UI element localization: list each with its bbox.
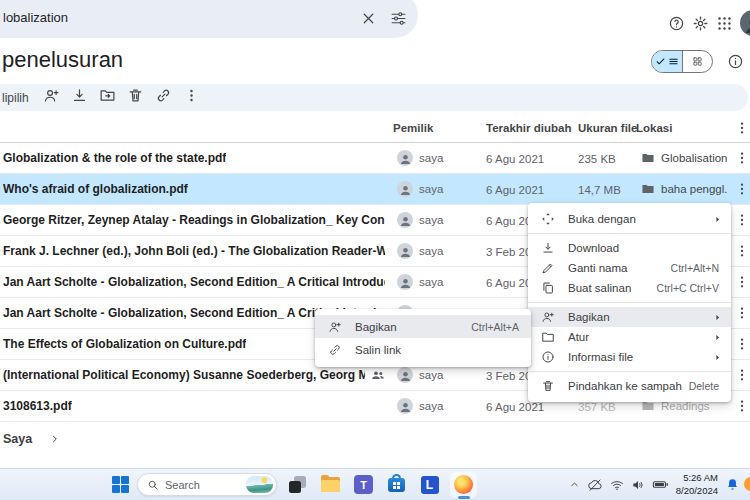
menu-item[interactable]: Atur xyxy=(528,327,731,347)
breadcrumb[interactable]: Saya xyxy=(3,432,61,446)
context-menu: Buka denganDownloadGanti namaCtrl+Alt+NB… xyxy=(528,203,731,402)
row-more-options-icon[interactable] xyxy=(734,181,750,197)
wifi-icon[interactable] xyxy=(610,478,624,492)
list-view-button[interactable] xyxy=(652,51,682,72)
share-selected-button-icon[interactable] xyxy=(43,87,60,104)
menu-item[interactable]: Download xyxy=(528,238,731,258)
menu-item-label: Buat salinan xyxy=(568,282,631,294)
column-settings-icon[interactable] xyxy=(734,120,750,136)
onedrive-cloud-icon[interactable] xyxy=(587,477,603,493)
info-icon xyxy=(541,350,555,364)
microsoft-store-button[interactable] xyxy=(384,472,409,497)
row-more-options-icon[interactable] xyxy=(734,398,750,414)
firefox-button[interactable] xyxy=(450,472,477,498)
owner-name: saya xyxy=(419,400,443,412)
menu-item[interactable]: Informasi file xyxy=(528,347,731,367)
column-header-location[interactable]: Lokasi xyxy=(636,122,672,134)
battery-icon[interactable] xyxy=(652,476,669,493)
row-more-options-icon[interactable] xyxy=(734,243,750,259)
clock-time: 5:26 AM xyxy=(676,472,718,484)
owner-name: saya xyxy=(419,152,443,164)
owner-name: saya xyxy=(419,245,443,257)
menu-item-label: Bagikan xyxy=(355,321,397,333)
search-filter-icon[interactable] xyxy=(390,10,407,27)
l-app-button[interactable]: L xyxy=(417,472,442,497)
trash-icon xyxy=(541,379,555,393)
volume-icon[interactable] xyxy=(631,478,645,492)
file-row[interactable]: Who's afraid of globalization.pdfsaya6 A… xyxy=(0,174,750,205)
menu-item[interactable]: BagikanCtrl+Alt+A xyxy=(315,315,531,338)
file-row[interactable]: Globalization & the role of the state.pd… xyxy=(0,143,750,174)
move-selected-button-icon[interactable] xyxy=(99,87,116,104)
search-highlight-image[interactable] xyxy=(246,476,273,493)
details-info-icon[interactable] xyxy=(727,53,744,70)
menu-item-label: Atur xyxy=(568,331,589,343)
file-name-text: (International Political Economy) Susann… xyxy=(3,368,365,382)
grid-view-button[interactable] xyxy=(682,51,713,72)
rename-icon xyxy=(541,261,555,275)
owner-avatar xyxy=(397,150,413,166)
modified-cell: 6 Agu 2021 xyxy=(486,153,544,165)
clock-date: 8/20/2024 xyxy=(676,485,718,497)
account-avatar[interactable] xyxy=(740,10,750,36)
tray-chevron-up-icon[interactable] xyxy=(569,479,580,490)
menu-item-shortcut: Delete xyxy=(689,380,719,392)
menu-item[interactable]: Bagikan xyxy=(528,307,731,327)
menu-item-label: Buka dengan xyxy=(568,213,636,225)
column-header-modified[interactable]: Terakhir diubah xyxy=(486,122,571,134)
download-icon xyxy=(541,241,555,255)
link-icon xyxy=(328,343,342,357)
location-cell[interactable]: baha penggl... xyxy=(641,182,727,196)
download-selected-button-icon[interactable] xyxy=(71,87,88,104)
file-explorer-button[interactable] xyxy=(318,472,343,497)
open-with-icon xyxy=(541,212,555,226)
settings-gear-icon[interactable] xyxy=(692,15,709,32)
share-submenu: BagikanCtrl+Alt+ASalin link xyxy=(315,309,531,367)
help-icon[interactable] xyxy=(668,15,685,32)
clear-search-icon[interactable] xyxy=(360,10,377,27)
apps-grid-icon[interactable] xyxy=(716,15,733,32)
column-header-size[interactable]: Ukuran file xyxy=(578,122,637,134)
row-more-options-icon[interactable] xyxy=(734,212,750,228)
owner-cell: saya xyxy=(397,398,443,414)
owner-avatar xyxy=(397,398,413,414)
notifications-bell-icon[interactable] xyxy=(725,477,740,492)
start-button[interactable] xyxy=(112,476,129,493)
menu-divider xyxy=(528,233,731,234)
file-name-text: Globalization & the role of the state.pd… xyxy=(3,151,226,165)
drive-search-bar[interactable]: lobalization xyxy=(0,0,418,38)
copy-link-selected-button-icon[interactable] xyxy=(155,87,172,104)
copy-icon xyxy=(541,281,555,295)
row-more-options-icon[interactable] xyxy=(734,336,750,352)
owner-name: saya xyxy=(419,214,443,226)
clock[interactable]: 5:26 AM 8/20/2024 xyxy=(676,472,718,497)
selection-count-label: lipilih xyxy=(2,91,29,105)
menu-item-label: Download xyxy=(568,242,619,254)
taskbar-search-box[interactable]: Search xyxy=(137,473,277,496)
delete-selected-button-icon[interactable] xyxy=(127,87,144,104)
file-name-text: Frank J. Lechner (ed.), John Boli (ed.) … xyxy=(3,244,385,258)
row-more-options-icon[interactable] xyxy=(734,367,750,383)
location-cell[interactable]: Globalisation xyxy=(641,151,727,165)
task-view-button[interactable] xyxy=(285,472,310,497)
table-header: Pemilik Terakhir diubah Ukuran file Loka… xyxy=(0,115,750,143)
more-actions-button-icon[interactable] xyxy=(183,87,200,104)
menu-item[interactable]: Salin link xyxy=(315,338,531,361)
windows-taskbar: Search T L 5:26 AM 8/20/2024 xyxy=(0,468,750,500)
row-more-options-icon[interactable] xyxy=(734,305,750,321)
file-name: George Ritzer, Zeynep Atalay - Readings … xyxy=(3,213,385,227)
menu-item-shortcut: Ctrl+C Ctrl+V xyxy=(657,282,719,294)
row-more-options-icon[interactable] xyxy=(734,274,750,290)
menu-item-label: Pindahkan ke sampah xyxy=(568,380,682,392)
menu-item[interactable]: Pindahkan ke sampahDelete xyxy=(528,376,731,396)
teams-button[interactable]: T xyxy=(351,472,376,497)
menu-item[interactable]: Buat salinanCtrl+C Ctrl+V xyxy=(528,278,731,298)
owner-avatar xyxy=(397,243,413,259)
location-name: Globalisation xyxy=(661,152,727,164)
person-icon xyxy=(399,184,412,197)
row-more-options-icon[interactable] xyxy=(734,150,750,166)
menu-item[interactable]: Buka dengan xyxy=(528,209,731,229)
menu-item[interactable]: Ganti namaCtrl+Alt+N xyxy=(528,258,731,278)
search-query-text: lobalization xyxy=(3,10,68,25)
column-header-owner[interactable]: Pemilik xyxy=(393,122,433,134)
